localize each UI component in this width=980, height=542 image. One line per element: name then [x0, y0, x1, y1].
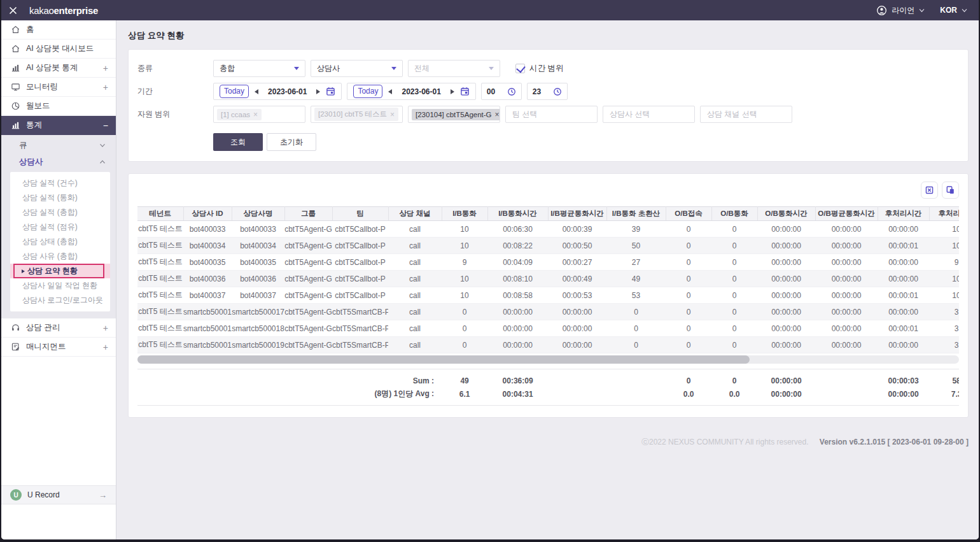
next-day-arrow[interactable] — [451, 89, 454, 94]
table-cell: cbtT5Callbot-P — [332, 238, 388, 254]
reset-button[interactable]: 초기화 — [267, 133, 316, 151]
prev-day-arrow[interactable] — [255, 89, 258, 94]
table-cell: 00:00:00 — [815, 320, 878, 337]
table-cell: 00:00:00 — [815, 254, 878, 271]
group-input[interactable]: [230104] cbtT5Agent-G× — [408, 106, 500, 123]
sidebar-item-management[interactable]: 매니지먼트 + — [1, 338, 116, 357]
table-cell: bot400034 — [232, 238, 284, 254]
summary-cell: 6.1 — [442, 387, 487, 401]
table-cell: 10 — [442, 287, 487, 304]
scrollbar-thumb[interactable] — [137, 355, 750, 364]
sidebar-item-agent-daily-work[interactable]: 상담사 일일 작업 현황 — [10, 278, 110, 293]
type-filter-label: 종류 — [137, 63, 213, 74]
next-day-arrow[interactable] — [316, 89, 320, 94]
type-select[interactable]: 총합 — [213, 60, 305, 77]
sidebar-item-consult-perf-count[interactable]: 상담 실적 (건수) — [10, 176, 110, 190]
table-cell: cbtT5Agent-G — [284, 320, 332, 337]
table-cell: call — [388, 320, 442, 337]
table-cell: 00:00:00 — [548, 320, 606, 337]
expand-plus[interactable]: + — [103, 64, 108, 73]
sidebar-item-agent-login-logout[interactable]: 상담사 로그인/로그아웃 — [10, 293, 110, 308]
tenant-input[interactable]: [1] ccaas× — [213, 106, 305, 123]
summary-cell — [606, 387, 666, 401]
expand-plus[interactable]: + — [103, 83, 108, 92]
table-cell: 0 — [666, 271, 711, 287]
search-button[interactable]: 조회 — [213, 133, 263, 151]
time-range-checkbox-wrap[interactable]: 시간 범위 — [515, 63, 563, 74]
sidebar-item-ai-bot-dashboard[interactable]: AI 상담봇 대시보드 — [1, 39, 116, 59]
calendar-icon[interactable] — [326, 87, 335, 96]
table-cell: 00:00:00 — [487, 337, 548, 353]
user-avatar-icon — [876, 5, 887, 16]
summary-label: (8명) 1인당 Avg : — [137, 387, 442, 401]
sidebar-item-home[interactable]: 홈 — [1, 20, 116, 39]
agent-select-input[interactable]: 상담사 선택 — [603, 106, 695, 123]
summary-cell: 7.3 — [929, 387, 959, 401]
column-header: 그룹 — [284, 207, 332, 221]
expand-plus[interactable]: + — [103, 324, 108, 332]
column-header: O/B통화시간 — [757, 207, 815, 221]
excel-export-button[interactable] — [921, 182, 938, 199]
chevron-down-icon[interactable] — [962, 8, 967, 13]
table-row: cbtT5 테스트bot400034bot400034cbtT5Agent-Gc… — [137, 238, 959, 254]
time-from-input[interactable]: 00 — [481, 83, 522, 100]
table-cell: bot400033 — [183, 221, 232, 238]
remove-tag-icon[interactable]: × — [253, 111, 258, 118]
sidebar-item-stats[interactable]: 통계 − — [1, 116, 116, 135]
calendar-icon[interactable] — [460, 87, 470, 96]
table-cell: bot400035 — [183, 254, 232, 271]
user-menu[interactable]: 라이언 — [892, 5, 914, 16]
channel-select-input[interactable]: 상담 채널 선택 — [700, 106, 792, 123]
table-cell: 3 — [929, 337, 959, 353]
sidebar-item-consult-perf-share[interactable]: 상담 실적 (점유) — [10, 220, 110, 234]
today-button[interactable]: Today — [220, 85, 249, 98]
team-select-input[interactable]: 팀 선택 — [505, 106, 598, 123]
table-cell: 00:00:00 — [878, 221, 929, 238]
remove-tag-icon[interactable]: × — [495, 111, 500, 118]
sidebar-item-consult-summary-current[interactable]: 상담 요약 현황 — [10, 264, 110, 278]
collapse-minus[interactable]: − — [103, 121, 108, 130]
today-button[interactable]: Today — [353, 85, 382, 98]
table-cell: cbtT5Callbot-P — [332, 287, 388, 304]
time-to-input[interactable]: 23 — [527, 83, 568, 100]
column-header: 상담사명 — [232, 207, 284, 221]
submenu-group-agent[interactable]: 상담사 — [1, 153, 116, 170]
time-range-checkbox[interactable] — [515, 64, 525, 73]
copy-button[interactable] — [942, 182, 959, 199]
column-header: O/B평균통화시간 — [815, 207, 878, 221]
clock-icon[interactable] — [553, 87, 562, 96]
column-header: 테넌트 — [137, 207, 183, 221]
date-from-group: Today 2023-06-01 — [213, 83, 342, 100]
sidebar-item-consult-perf-total[interactable]: 상담 실적 (총합) — [10, 205, 110, 220]
target-select[interactable]: 상담사 — [311, 60, 403, 77]
date-to-value[interactable]: 2023-06-01 — [398, 87, 444, 96]
table-cell: 00:00:00 — [757, 238, 815, 254]
sidebar-item-consult-state-total[interactable]: 상담 상태 (총합) — [10, 234, 110, 249]
sidebar-item-ai-bot-stats[interactable]: AI 상담봇 통계 + — [1, 59, 116, 78]
table-cell: smartcb500019 — [232, 337, 284, 353]
sidebar-item-consult-reason-total[interactable]: 상담 사유 (총합) — [10, 249, 110, 264]
column-header: 상담사 ID — [183, 207, 232, 221]
u-record-link[interactable]: U U Record → — [1, 485, 116, 504]
clock-icon[interactable] — [507, 87, 516, 96]
table-cell: 00:00:00 — [757, 221, 815, 238]
sidebar-item-monitoring[interactable]: 모니터링 + — [1, 78, 116, 97]
table-cell: 39 — [606, 221, 666, 238]
remove-tag-icon[interactable]: × — [390, 111, 395, 118]
table-cell: 00:00:49 — [548, 271, 606, 287]
sidebar-item-consult-perf-call[interactable]: 상담 실적 (통화) — [10, 190, 110, 205]
prev-day-arrow[interactable] — [388, 89, 392, 94]
expand-plus[interactable]: + — [103, 343, 108, 352]
table-cell: 0 — [606, 320, 666, 337]
locale-selector[interactable]: KOR — [940, 6, 957, 15]
results-table: 테넌트상담사 ID상담사명그룹팀상담 채널I/B통화I/B통화시간I/B평균통화… — [137, 206, 959, 353]
close-icon[interactable] — [9, 6, 23, 15]
submenu-group-queue[interactable]: 큐 — [1, 137, 116, 153]
page-footer: ⓒ2022 NEXUS COMMUNITY All rights reserve… — [116, 437, 969, 448]
table-cell: 00:00:00 — [757, 304, 815, 320]
tenant-sub-input[interactable]: [23010] cbtT5 테스트× — [311, 106, 403, 123]
sidebar-item-wallboard[interactable]: 월보드 — [1, 97, 116, 116]
sidebar-item-consult-mgmt[interactable]: 상담 관리 + — [1, 318, 116, 338]
date-from-value[interactable]: 2023-06-01 — [264, 87, 311, 96]
chevron-down-icon[interactable] — [919, 8, 925, 13]
